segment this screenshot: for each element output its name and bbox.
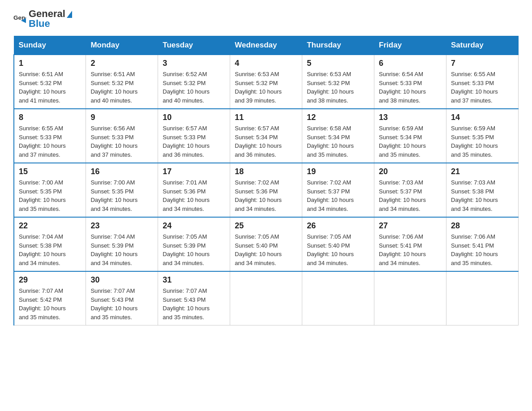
calendar-cell: 15Sunrise: 7:00 AM Sunset: 5:35 PM Dayli… <box>14 163 86 217</box>
day-number: 13 <box>379 113 442 122</box>
weekday-header-tuesday: Tuesday <box>158 36 230 55</box>
logo-icon: General <box>13 13 26 25</box>
day-info: Sunrise: 7:06 AM Sunset: 5:41 PM Dayligh… <box>451 232 514 267</box>
calendar-cell: 13Sunrise: 6:59 AM Sunset: 5:34 PM Dayli… <box>374 109 446 163</box>
day-info: Sunrise: 7:04 AM Sunset: 5:39 PM Dayligh… <box>90 232 153 267</box>
day-info: Sunrise: 7:04 AM Sunset: 5:38 PM Dayligh… <box>19 232 81 267</box>
day-info: Sunrise: 6:53 AM Sunset: 5:32 PM Dayligh… <box>235 70 297 105</box>
calendar-cell: 1Sunrise: 6:51 AM Sunset: 5:32 PM Daylig… <box>14 55 86 109</box>
day-number: 21 <box>451 167 514 176</box>
calendar-cell: 30Sunrise: 7:07 AM Sunset: 5:43 PM Dayli… <box>86 271 158 325</box>
calendar-cell: 8Sunrise: 6:55 AM Sunset: 5:33 PM Daylig… <box>14 109 86 163</box>
calendar-cell: 7Sunrise: 6:55 AM Sunset: 5:33 PM Daylig… <box>446 55 519 109</box>
day-number: 17 <box>163 167 225 176</box>
day-info: Sunrise: 6:55 AM Sunset: 5:33 PM Dayligh… <box>19 124 81 159</box>
day-info: Sunrise: 7:07 AM Sunset: 5:43 PM Dayligh… <box>90 287 153 321</box>
day-info: Sunrise: 6:51 AM Sunset: 5:32 PM Dayligh… <box>90 70 153 105</box>
calendar-cell: 20Sunrise: 7:03 AM Sunset: 5:37 PM Dayli… <box>374 163 446 217</box>
calendar-week-row: 1Sunrise: 6:51 AM Sunset: 5:32 PM Daylig… <box>14 55 519 109</box>
calendar-cell: 10Sunrise: 6:57 AM Sunset: 5:33 PM Dayli… <box>158 109 230 163</box>
logo-blue-text: Blue <box>29 19 72 29</box>
day-number: 27 <box>379 221 442 231</box>
day-number: 1 <box>19 59 81 68</box>
day-number: 15 <box>19 167 81 176</box>
day-number: 12 <box>307 113 369 122</box>
day-number: 3 <box>163 59 225 68</box>
calendar-cell: 5Sunrise: 6:53 AM Sunset: 5:32 PM Daylig… <box>302 55 374 109</box>
day-number: 9 <box>90 113 153 122</box>
day-info: Sunrise: 7:03 AM Sunset: 5:38 PM Dayligh… <box>451 178 514 213</box>
weekday-header-thursday: Thursday <box>302 36 374 55</box>
day-info: Sunrise: 7:05 AM Sunset: 5:40 PM Dayligh… <box>307 232 369 267</box>
weekday-header-saturday: Saturday <box>446 36 519 55</box>
day-info: Sunrise: 6:54 AM Sunset: 5:33 PM Dayligh… <box>379 70 442 105</box>
calendar-cell: 2Sunrise: 6:51 AM Sunset: 5:32 PM Daylig… <box>86 55 158 109</box>
day-number: 6 <box>379 59 442 68</box>
calendar-cell <box>230 271 302 325</box>
calendar-cell <box>302 271 374 325</box>
calendar-cell: 16Sunrise: 7:00 AM Sunset: 5:35 PM Dayli… <box>86 163 158 217</box>
day-info: Sunrise: 6:57 AM Sunset: 5:33 PM Dayligh… <box>163 124 225 159</box>
weekday-header-monday: Monday <box>86 36 158 55</box>
calendar-cell: 4Sunrise: 6:53 AM Sunset: 5:32 PM Daylig… <box>230 55 302 109</box>
day-number: 4 <box>235 59 297 68</box>
day-number: 28 <box>451 221 514 231</box>
day-number: 29 <box>19 275 81 285</box>
day-number: 22 <box>19 221 81 231</box>
day-info: Sunrise: 6:56 AM Sunset: 5:33 PM Dayligh… <box>90 124 153 159</box>
day-number: 7 <box>451 59 514 68</box>
calendar-cell: 17Sunrise: 7:01 AM Sunset: 5:36 PM Dayli… <box>158 163 230 217</box>
day-number: 30 <box>90 275 153 285</box>
page-header: General General Blue <box>13 9 519 29</box>
day-number: 14 <box>451 113 514 122</box>
calendar-cell: 31Sunrise: 7:07 AM Sunset: 5:43 PM Dayli… <box>158 271 230 325</box>
weekday-header-wednesday: Wednesday <box>230 36 302 55</box>
day-number: 20 <box>379 167 442 176</box>
calendar-week-row: 29Sunrise: 7:07 AM Sunset: 5:42 PM Dayli… <box>14 271 519 325</box>
calendar-week-row: 8Sunrise: 6:55 AM Sunset: 5:33 PM Daylig… <box>14 109 519 163</box>
weekday-header-row: SundayMondayTuesdayWednesdayThursdayFrid… <box>14 36 519 55</box>
day-info: Sunrise: 6:58 AM Sunset: 5:34 PM Dayligh… <box>307 124 369 159</box>
calendar-cell <box>446 271 519 325</box>
day-info: Sunrise: 7:01 AM Sunset: 5:36 PM Dayligh… <box>163 178 225 213</box>
calendar-cell: 26Sunrise: 7:05 AM Sunset: 5:40 PM Dayli… <box>302 217 374 271</box>
calendar-cell: 28Sunrise: 7:06 AM Sunset: 5:41 PM Dayli… <box>446 217 519 271</box>
calendar-week-row: 15Sunrise: 7:00 AM Sunset: 5:35 PM Dayli… <box>14 163 519 217</box>
weekday-header-friday: Friday <box>374 36 446 55</box>
calendar-cell: 6Sunrise: 6:54 AM Sunset: 5:33 PM Daylig… <box>374 55 446 109</box>
day-info: Sunrise: 7:00 AM Sunset: 5:35 PM Dayligh… <box>19 178 81 213</box>
calendar-table: SundayMondayTuesdayWednesdayThursdayFrid… <box>13 36 519 325</box>
calendar-cell: 24Sunrise: 7:05 AM Sunset: 5:39 PM Dayli… <box>158 217 230 271</box>
day-number: 2 <box>90 59 153 68</box>
day-info: Sunrise: 6:52 AM Sunset: 5:32 PM Dayligh… <box>163 70 225 105</box>
calendar-cell: 21Sunrise: 7:03 AM Sunset: 5:38 PM Dayli… <box>446 163 519 217</box>
day-number: 25 <box>235 221 297 231</box>
calendar-cell: 18Sunrise: 7:02 AM Sunset: 5:36 PM Dayli… <box>230 163 302 217</box>
day-info: Sunrise: 6:59 AM Sunset: 5:35 PM Dayligh… <box>451 124 514 159</box>
calendar-cell <box>374 271 446 325</box>
calendar-cell: 19Sunrise: 7:02 AM Sunset: 5:37 PM Dayli… <box>302 163 374 217</box>
day-info: Sunrise: 7:05 AM Sunset: 5:39 PM Dayligh… <box>163 232 225 267</box>
day-info: Sunrise: 7:05 AM Sunset: 5:40 PM Dayligh… <box>235 232 297 267</box>
calendar-cell: 23Sunrise: 7:04 AM Sunset: 5:39 PM Dayli… <box>86 217 158 271</box>
day-info: Sunrise: 6:51 AM Sunset: 5:32 PM Dayligh… <box>19 70 81 105</box>
day-info: Sunrise: 6:57 AM Sunset: 5:34 PM Dayligh… <box>235 124 297 159</box>
day-number: 19 <box>307 167 369 176</box>
day-number: 11 <box>235 113 297 122</box>
day-info: Sunrise: 6:59 AM Sunset: 5:34 PM Dayligh… <box>379 124 442 159</box>
day-info: Sunrise: 7:06 AM Sunset: 5:41 PM Dayligh… <box>379 232 442 267</box>
day-info: Sunrise: 7:00 AM Sunset: 5:35 PM Dayligh… <box>90 178 153 213</box>
day-number: 24 <box>163 221 225 231</box>
weekday-header-sunday: Sunday <box>14 36 86 55</box>
day-info: Sunrise: 7:02 AM Sunset: 5:36 PM Dayligh… <box>235 178 297 213</box>
day-number: 18 <box>235 167 297 176</box>
calendar-cell: 25Sunrise: 7:05 AM Sunset: 5:40 PM Dayli… <box>230 217 302 271</box>
day-number: 5 <box>307 59 369 68</box>
calendar-cell: 3Sunrise: 6:52 AM Sunset: 5:32 PM Daylig… <box>158 55 230 109</box>
day-info: Sunrise: 7:07 AM Sunset: 5:42 PM Dayligh… <box>19 287 81 321</box>
day-number: 16 <box>90 167 153 176</box>
day-number: 31 <box>163 275 225 285</box>
day-info: Sunrise: 6:55 AM Sunset: 5:33 PM Dayligh… <box>451 70 514 105</box>
day-number: 23 <box>90 221 153 231</box>
day-info: Sunrise: 7:02 AM Sunset: 5:37 PM Dayligh… <box>307 178 369 213</box>
